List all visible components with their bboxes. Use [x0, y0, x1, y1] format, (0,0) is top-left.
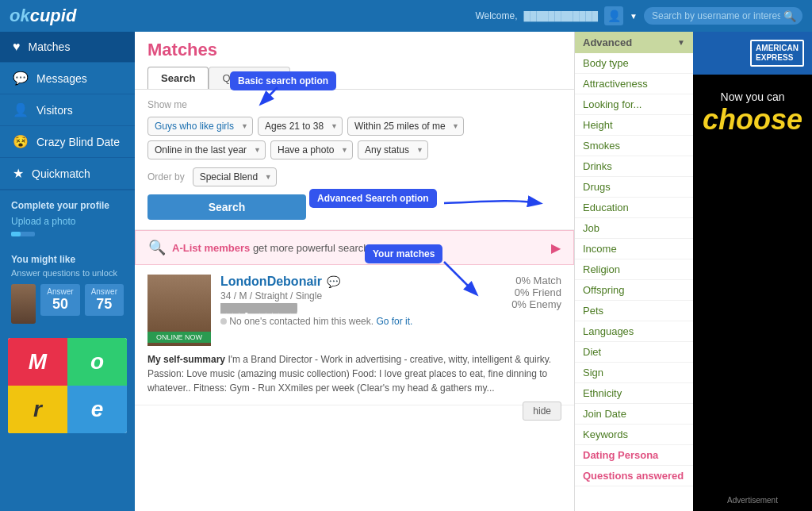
advanced-panel: Advanced ▼ Body type Attractiveness Look… [574, 32, 693, 511]
logo[interactable]: okcupid [10, 6, 76, 26]
answer-card-1[interactable]: Answer 50 [40, 284, 79, 316]
status-select-wrapper: Any status Single Available [358, 140, 428, 159]
answer-card-2[interactable]: Answer 75 [85, 284, 124, 316]
distance-select-wrapper: Within 25 miles of me Within 10 miles of… [347, 117, 464, 136]
tab-search[interactable]: Search [147, 67, 209, 89]
answer-label-2: Answer [91, 287, 117, 296]
photo-select[interactable]: Have a photo Any [270, 140, 353, 159]
message-icon: 💬 [13, 71, 29, 86]
sidebar-item-crazy-blind-date[interactable]: 😵 Crazy Blind Date [0, 126, 135, 158]
advanced-pets[interactable]: Pets [575, 301, 693, 321]
advanced-looking-for[interactable]: Looking for... [575, 94, 693, 115]
distance-select[interactable]: Within 25 miles of me Within 10 miles of… [347, 117, 464, 136]
search-icon: 🔍 [783, 10, 796, 22]
advanced-drugs[interactable]: Drugs [575, 177, 693, 198]
advanced-header: Advanced ▼ [575, 32, 693, 53]
advanced-body-type[interactable]: Body type [575, 53, 693, 74]
answer-label-1: Answer [47, 287, 73, 296]
profile-details: 34 / M / Straight / Single [220, 290, 502, 302]
age-select[interactable]: Ages 21 to 38 Ages 18 to 25 Ages 25 to 3… [258, 117, 343, 136]
sidebar: ♥ Matches 💬 Messages 👤 Visitors 😵 Crazy … [0, 32, 135, 511]
profile-age: 34 [220, 290, 231, 302]
advanced-offspring[interactable]: Offspring [575, 280, 693, 301]
chevron-down-icon[interactable]: ▼ [630, 12, 638, 21]
search-input[interactable] [644, 7, 802, 25]
profile-username[interactable]: LondonDebonair [220, 275, 322, 289]
upload-photo-link[interactable]: Upload a photo [11, 216, 124, 227]
order-row: Order by Special Blend Match % New [147, 167, 561, 186]
tab-quickmatch[interactable]: Quickmatch [209, 67, 290, 89]
answer-num-1: 50 [47, 296, 73, 313]
activity-select-wrapper: Online in the last year Online today Onl… [147, 140, 266, 159]
advanced-dropdown-icon[interactable]: ▼ [677, 38, 685, 47]
order-select[interactable]: Special Blend Match % New [193, 167, 277, 186]
alist-members-label[interactable]: A-List members [172, 242, 250, 254]
username-display: ████████████ [524, 11, 599, 21]
match-scores: 0% Match 0% Friend 0% Enemy [511, 275, 561, 346]
page-title: Matches [147, 40, 561, 60]
sidebar-item-quickmatch[interactable]: ★ Quickmatch [0, 158, 135, 190]
sidebar-label-cbd: Crazy Blind Date [36, 136, 120, 148]
profile-location-text: ████ ████████ [220, 303, 297, 313]
advanced-education[interactable]: Education [575, 198, 693, 218]
ad-label: Advertisement [721, 490, 784, 511]
search-button[interactable]: Search [147, 194, 306, 220]
main-layout: ♥ Matches 💬 Messages 👤 Visitors 😵 Crazy … [0, 32, 812, 511]
activity-select[interactable]: Online in the last year Online today Onl… [147, 140, 266, 159]
go-for-it-link[interactable]: Go for it. [376, 316, 412, 327]
page-header: Matches Search Quickmatch [135, 32, 574, 90]
advanced-join-date[interactable]: Join Date [575, 404, 693, 425]
alist-arrow-icon[interactable]: ▶ [551, 240, 561, 256]
profile-progress-fill [11, 232, 21, 236]
ad-choose-text: choose [695, 103, 810, 136]
summary-label: My self-summary [147, 354, 225, 365]
advanced-drinks[interactable]: Drinks [575, 156, 693, 177]
user-avatar[interactable]: 👤 [604, 6, 623, 25]
profile-photo[interactable]: ONLINE NOW [147, 275, 211, 346]
star-icon: ★ [13, 166, 24, 181]
advanced-smokes[interactable]: Smokes [575, 136, 693, 156]
status-select[interactable]: Any status Single Available [358, 140, 428, 159]
advanced-dating-persona[interactable]: Dating Persona [575, 445, 693, 466]
advanced-attractiveness[interactable]: Attractiveness [575, 74, 693, 94]
profile-relationship-status: Single [296, 290, 322, 302]
sidebar-item-visitors[interactable]: 👤 Visitors [0, 94, 135, 126]
you-might-like-title: You might like [11, 254, 124, 265]
advanced-header-label: Advanced [583, 36, 632, 48]
profile-info: LondonDebonair 💬 34 / M / Straight / Sin… [220, 275, 502, 346]
tabs-container: Search Quickmatch [147, 67, 561, 89]
contact-note-text: No one's contacted him this week. [229, 316, 373, 327]
main-content: Matches Search Quickmatch Show me Guys w… [135, 32, 574, 511]
advanced-ethnicity[interactable]: Ethnicity [575, 383, 693, 404]
advanced-income[interactable]: Income [575, 239, 693, 259]
profile-location: ████ ████████ [220, 303, 502, 313]
advanced-religion[interactable]: Religion [575, 259, 693, 280]
advanced-languages[interactable]: Languages [575, 321, 693, 342]
alist-text: A-List members get more powerful search … [172, 242, 408, 254]
advanced-sign[interactable]: Sign [575, 363, 693, 383]
right-ad-panel: AMERICAN EXPRESS Now you can choose Adve… [693, 32, 812, 511]
advanced-height[interactable]: Height [575, 115, 693, 136]
unlock-text: Answer questions to unlock [11, 268, 124, 278]
advanced-keywords[interactable]: Keywords [575, 425, 693, 445]
profile-chat-icon[interactable]: 💬 [327, 275, 340, 288]
amex-line1: AMERICAN [756, 44, 799, 52]
enemy-percentage: 0% Enemy [511, 298, 561, 310]
suggested-user-thumb[interactable] [11, 284, 36, 324]
alist-search-icon: 🔍 [148, 239, 166, 256]
you-might-like-section: You might like Answer questions to unloc… [0, 246, 135, 332]
sidebar-item-messages[interactable]: 💬 Messages [0, 63, 135, 94]
amex-line2: EXPRESS [756, 53, 793, 62]
sidebar-label-visitors: Visitors [36, 104, 73, 117]
advanced-questions-answered[interactable]: Questions answered [575, 466, 693, 486]
gender-select[interactable]: Guys who like girls Girls who like guys … [147, 117, 253, 136]
answer-cards-container: Answer 50 Answer 75 [11, 284, 124, 324]
heart-icon: ♥ [13, 40, 21, 54]
advanced-job[interactable]: Job [575, 218, 693, 239]
sidebar-label-messages: Messages [36, 72, 87, 85]
sidebar-item-matches[interactable]: ♥ Matches [0, 32, 135, 63]
order-select-wrapper: Special Blend Match % New [193, 167, 277, 186]
advanced-diet[interactable]: Diet [575, 342, 693, 363]
profile-name: LondonDebonair 💬 [220, 275, 502, 289]
hide-button[interactable]: hide [523, 402, 561, 421]
